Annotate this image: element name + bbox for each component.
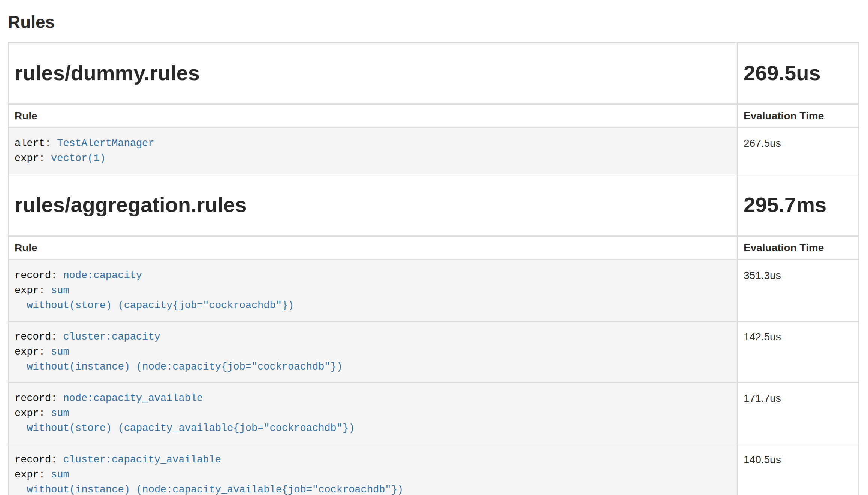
rule-keyword: expr: <box>15 153 45 164</box>
column-header-row: Rule Evaluation Time <box>8 236 859 260</box>
rule-expression-link[interactable]: sum <box>51 285 69 296</box>
rule-code-line: expr:sum <box>15 467 731 482</box>
rule-keyword: record: <box>15 393 57 404</box>
group-file-name: rules/aggregation.rules <box>8 174 737 236</box>
rule-keyword: record: <box>15 331 57 343</box>
rule-column-header: Rule <box>8 104 737 128</box>
rule-code-line: record:cluster:capacity <box>15 330 731 344</box>
rule-expression-link[interactable]: cluster:capacity <box>63 331 160 343</box>
rule-code-line: without(store) (capacity_available{job="… <box>15 421 731 436</box>
rule-code-line: without(store) (capacity{job="cockroachd… <box>15 298 731 313</box>
rule-code-line: expr:sum <box>15 283 731 298</box>
rule-definition-cell: record:cluster:capacity_availableexpr:su… <box>8 444 737 495</box>
rule-code: record:cluster:capacity_availableexpr:su… <box>15 452 731 495</box>
rule-expression-link[interactable]: sum <box>51 469 69 480</box>
group-header-row: rules/dummy.rules 269.5us <box>8 42 859 104</box>
rule-eval-time: 351.3us <box>744 270 781 281</box>
rule-code-line: without(instance) (node:capacity_availab… <box>15 482 731 495</box>
rule-row: record:cluster:capacityexpr:sum without(… <box>8 321 859 383</box>
rule-eval-time-cell: 140.5us <box>737 444 859 495</box>
rule-keyword: expr: <box>15 408 45 419</box>
rule-eval-time: 267.5us <box>744 137 781 149</box>
group-file-name: rules/dummy.rules <box>8 42 737 104</box>
rule-keyword: alert: <box>15 138 51 149</box>
rule-expression-link[interactable]: without(store) (capacity{job="cockroachd… <box>15 300 294 311</box>
rule-row: alert:TestAlertManagerexpr:vector(1) 267… <box>8 128 859 174</box>
rule-code: record:node:capacityexpr:sum without(sto… <box>15 268 731 313</box>
group-header-row: rules/aggregation.rules 295.7ms <box>8 174 859 236</box>
rule-code-line: expr:vector(1) <box>15 151 731 166</box>
rule-code-line: record:cluster:capacity_available <box>15 452 731 467</box>
rule-definition-cell: record:cluster:capacityexpr:sum without(… <box>8 321 737 383</box>
rule-code-line: record:node:capacity_available <box>15 391 731 406</box>
rule-code: record:node:capacity_availableexpr:sum w… <box>15 391 731 436</box>
rule-definition-cell: record:node:capacity_availableexpr:sum w… <box>8 383 737 444</box>
rules-page: Rules rules/dummy.rules 269.5us Rule Eva… <box>0 13 868 495</box>
rule-column-header: Rule <box>8 236 737 260</box>
rule-code: record:cluster:capacityexpr:sum without(… <box>15 330 731 374</box>
group-total-eval-time: 269.5us <box>737 42 859 104</box>
rule-eval-time: 142.5us <box>744 331 781 343</box>
rule-expression-link[interactable]: node:capacity_available <box>63 393 203 404</box>
rule-expression-link[interactable]: TestAlertManager <box>57 138 154 149</box>
rule-expression-link[interactable]: node:capacity <box>63 270 142 281</box>
rule-expression-link[interactable]: cluster:capacity_available <box>63 454 221 465</box>
rule-eval-time-cell: 142.5us <box>737 321 859 383</box>
rule-eval-time-cell: 171.7us <box>737 383 859 444</box>
rule-code-line: without(instance) (node:capacity{job="co… <box>15 359 731 374</box>
rule-expression-link[interactable]: vector(1) <box>51 153 106 164</box>
rule-keyword: record: <box>15 270 57 281</box>
rules-table: rules/dummy.rules 269.5us Rule Evaluatio… <box>8 42 859 495</box>
rule-definition-cell: alert:TestAlertManagerexpr:vector(1) <box>8 128 737 174</box>
rule-eval-time: 171.7us <box>744 392 781 404</box>
rule-keyword: record: <box>15 454 57 465</box>
column-header-row: Rule Evaluation Time <box>8 104 859 128</box>
rule-code-line: alert:TestAlertManager <box>15 136 731 151</box>
rule-row: record:node:capacityexpr:sum without(sto… <box>8 260 859 321</box>
evaluation-time-column-header: Evaluation Time <box>737 236 859 260</box>
group-total-eval-time: 295.7ms <box>737 174 859 236</box>
rule-definition-cell: record:node:capacityexpr:sum without(sto… <box>8 260 737 321</box>
page-title: Rules <box>8 13 858 31</box>
rule-group: rules/dummy.rules 269.5us Rule Evaluatio… <box>8 42 859 174</box>
rule-code: alert:TestAlertManagerexpr:vector(1) <box>15 136 731 166</box>
rule-row: record:cluster:capacity_availableexpr:su… <box>8 444 859 495</box>
rule-keyword: expr: <box>15 346 45 358</box>
rule-code-line: record:node:capacity <box>15 268 731 283</box>
rule-expression-link[interactable]: without(store) (capacity_available{job="… <box>15 423 355 434</box>
rule-keyword: expr: <box>15 469 45 480</box>
rule-expression-link[interactable]: without(instance) (node:capacity_availab… <box>15 484 403 495</box>
rule-eval-time-cell: 351.3us <box>737 260 859 321</box>
rule-keyword: expr: <box>15 285 45 296</box>
rule-code-line: expr:sum <box>15 406 731 421</box>
rule-expression-link[interactable]: sum <box>51 346 69 358</box>
rule-expression-link[interactable]: sum <box>51 408 69 419</box>
rule-expression-link[interactable]: without(instance) (node:capacity{job="co… <box>15 361 343 373</box>
rule-group: rules/aggregation.rules 295.7ms Rule Eva… <box>8 174 859 495</box>
rule-eval-time-cell: 267.5us <box>737 128 859 174</box>
rule-code-line: expr:sum <box>15 344 731 359</box>
evaluation-time-column-header: Evaluation Time <box>737 104 859 128</box>
rule-row: record:node:capacity_availableexpr:sum w… <box>8 383 859 444</box>
rule-eval-time: 140.5us <box>744 454 781 465</box>
